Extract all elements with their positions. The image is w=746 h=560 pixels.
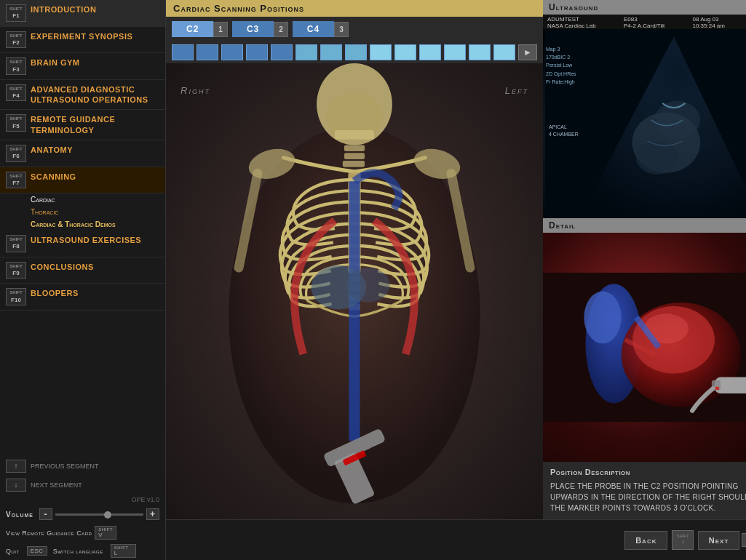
detail-section-header: Detail <box>543 218 746 233</box>
sidebar-item-ultrasound-exercises[interactable]: SHIFT F8 Ultrasound Exercises <box>0 231 165 257</box>
thumb-13[interactable] <box>469 44 491 60</box>
detail-section: Detail <box>543 218 746 519</box>
detail-display <box>543 233 746 462</box>
thumb-7[interactable] <box>320 44 342 60</box>
sidebar-label-scanning: Scanning <box>31 172 76 182</box>
switch-lang-key-badge: SHIFT L <box>111 544 137 558</box>
sidebar-label-anatomy: Anatomy <box>31 145 73 155</box>
sidebar-item-anatomy[interactable]: SHIFT F6 Anatomy <box>0 140 165 167</box>
quit-lang-row: Quit ESC Switch language SHIFT L <box>0 542 165 560</box>
us-chamber-label: APICAL 4 CHAMBER <box>549 124 579 138</box>
shift-back-key: SHIFT ↑ <box>672 530 693 550</box>
thumb-2[interactable] <box>197 44 218 60</box>
f4-badge: SHIFT F4 <box>6 84 26 102</box>
us-machine-info: ADUMTEST NASA Cardiac Lab <box>547 16 596 29</box>
sidebar-subitem-cardiac-thoracic-demos[interactable]: Cardiac & Thoracic Demos <box>0 218 165 231</box>
position-description-header: Position Description <box>550 468 746 476</box>
next-segment-btn[interactable]: ↓ Next Segment <box>0 476 165 495</box>
f3-badge: SHIFT F3 <box>6 57 26 75</box>
vol-slider[interactable] <box>55 513 143 516</box>
tab-c2-number: 1 <box>213 22 228 37</box>
thumbnail-row: ► <box>166 41 543 63</box>
svg-point-25 <box>584 292 621 344</box>
sidebar-item-conclusions[interactable]: SHIFT F9 Conclusions <box>0 257 165 284</box>
sidebar-item-scanning[interactable]: SHIFT F7 Scanning <box>0 167 165 194</box>
sidebar-label-brain-gym: Brain Gym <box>31 57 79 68</box>
quit-label[interactable]: Quit <box>6 548 20 555</box>
sidebar-label-remote-guidance: Remote Guidance Terminology <box>31 114 159 135</box>
svg-point-13 <box>346 268 390 303</box>
us-date-info: 08 Aug 03 10:35:24 am <box>692 16 724 29</box>
switch-lang-label[interactable]: Switch language <box>53 548 103 555</box>
us-id: E083 <box>624 16 638 23</box>
thumb-5[interactable] <box>271 44 293 60</box>
tab-c3[interactable]: C3 2 <box>232 21 288 37</box>
f8-badge: SHIFT F8 <box>6 235 26 252</box>
svg-rect-6 <box>343 161 365 167</box>
sidebar: SHIFT F1 Introduction SHIFT F2 Experimen… <box>0 0 166 560</box>
us-left-info: Map 3 170dBIC 2 Persist Low 2D Opt:HRes … <box>546 45 576 86</box>
remote-guidance-card-btn[interactable]: View Remote Guidance Card SHIFT V <box>0 524 165 542</box>
next-button[interactable]: Next Space <box>698 531 746 550</box>
sidebar-subitem-thoracic[interactable]: Thoracic <box>0 206 165 218</box>
sidebar-subitem-cardiac[interactable]: Cardiac <box>0 193 165 206</box>
top-area: Cardiac Scanning Positions C2 1 C3 2 C4 … <box>166 0 746 519</box>
back-button[interactable]: Back <box>624 531 667 550</box>
sidebar-item-experiment-synopsis[interactable]: SHIFT F2 Experiment Synopsis <box>0 27 165 54</box>
f7-badge: SHIFT F7 <box>6 172 26 189</box>
tab-c2-label: C2 <box>172 21 213 37</box>
us-map: Map 3 <box>546 45 576 53</box>
thumb-1[interactable] <box>172 44 194 60</box>
detail-svg <box>543 233 746 462</box>
thumb-4[interactable] <box>246 44 268 60</box>
shift-back-button[interactable]: SHIFT ↑ <box>672 530 693 550</box>
svg-rect-4 <box>344 145 365 151</box>
space-key: Space <box>742 533 746 548</box>
thumb-12[interactable] <box>444 44 466 60</box>
right-panel: Ultrasound ADUMTEST NASA Cardiac Lab E08… <box>543 0 746 519</box>
position-description-section: Position Description Place the probe in … <box>543 462 746 519</box>
prev-segment-btn[interactable]: ↑ Previous Segment <box>0 457 165 476</box>
f2-badge: SHIFT F2 <box>6 31 26 49</box>
sidebar-item-remote-guidance[interactable]: SHIFT F5 Remote Guidance Terminology <box>0 110 165 140</box>
next-arrow-badge: ↓ <box>6 479 26 492</box>
sidebar-label-bloopers: Bloopers <box>31 288 79 298</box>
thumb-14[interactable] <box>493 44 515 60</box>
bottom-navigation-bar: Back SHIFT ↑ Next Space <box>166 519 746 560</box>
sidebar-item-advanced[interactable]: SHIFT F4 Advanced Diagnostic Ultrasound … <box>0 80 165 111</box>
tab-c2[interactable]: C2 1 <box>172 21 228 37</box>
tab-row: C2 1 C3 2 C4 3 <box>166 17 543 41</box>
thumb-6[interactable] <box>295 44 317 60</box>
vol-plus-btn[interactable]: + <box>146 508 159 520</box>
sidebar-item-brain-gym[interactable]: SHIFT F3 Brain Gym <box>0 53 165 80</box>
f5-badge: SHIFT F5 <box>6 114 26 132</box>
thumb-3[interactable] <box>221 44 243 60</box>
thumb-8[interactable] <box>345 44 367 60</box>
next-label: Next <box>698 531 740 550</box>
tab-c4[interactable]: C4 3 <box>293 21 349 37</box>
us-2d: 2D Opt:HRes <box>546 70 576 78</box>
prev-arrow-badge: ↑ <box>6 460 26 473</box>
vol-minus-btn[interactable]: - <box>39 508 52 520</box>
position-description-text: Place the probe in the C2 position point… <box>550 481 746 513</box>
us-fr-rate: Fr Rate:High <box>546 78 576 86</box>
f10-badge: SHIFT F10 <box>6 288 26 305</box>
tab-c4-number: 3 <box>334 22 349 37</box>
us-setting: P4-2 A.Card/Tilt <box>624 23 664 29</box>
next-segment-label: Next Segment <box>31 481 82 489</box>
sidebar-item-introduction[interactable]: SHIFT F1 Introduction <box>0 0 165 27</box>
remote-key-badge: SHIFT V <box>95 526 116 540</box>
thumb-9[interactable] <box>370 44 392 60</box>
quit-key-badge: ESC <box>27 546 47 556</box>
sidebar-label-experiment: Experiment Synopsis <box>31 31 132 41</box>
us-id-info: E083 P4-2 A.Card/Tilt <box>624 16 664 29</box>
thumb-10[interactable] <box>394 44 416 60</box>
sidebar-item-bloopers[interactable]: SHIFT F10 Bloopers <box>0 284 165 311</box>
tab-c3-label: C3 <box>232 21 274 37</box>
anatomy-view: Right Left <box>166 63 543 519</box>
thumb-next-arrow[interactable]: ► <box>518 44 537 60</box>
f1-badge: SHIFT F1 <box>6 4 26 22</box>
right-label: Right <box>180 85 210 96</box>
us-image-area: Map 3 170dBIC 2 Persist Low 2D Opt:HRes … <box>543 29 746 218</box>
thumb-11[interactable] <box>419 44 441 60</box>
